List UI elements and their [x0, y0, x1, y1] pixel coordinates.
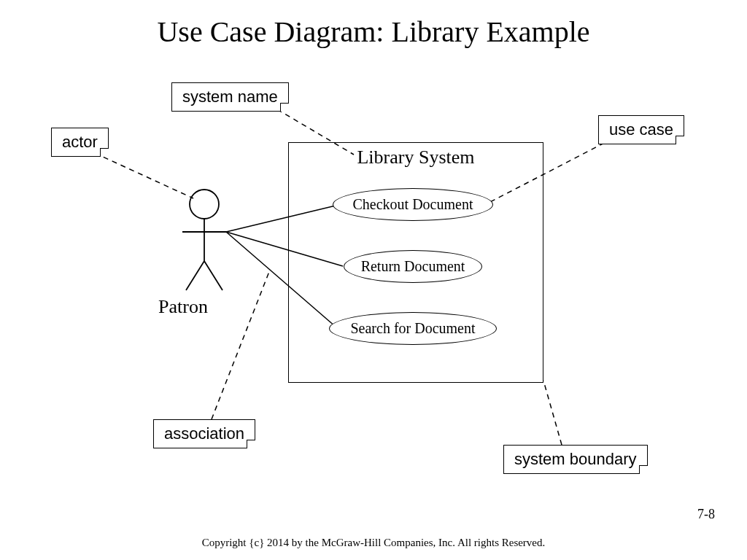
note-system-boundary: system boundary: [503, 445, 648, 474]
note-actor-text: actor: [62, 133, 98, 151]
svg-line-4: [204, 261, 222, 290]
actor-label: Patron: [158, 296, 208, 318]
copyright-footer: Copyright {c} 2014 by the McGraw-Hill Co…: [0, 537, 747, 549]
note-fold-icon: [639, 465, 648, 474]
system-title: Library System: [289, 147, 543, 168]
note-system-boundary-text: system boundary: [514, 450, 637, 468]
note-system-name: system name: [171, 82, 289, 112]
note-system-name-text: system name: [182, 88, 278, 106]
note-use-case-text: use case: [609, 120, 673, 139]
note-use-case: use case: [598, 115, 684, 144]
svg-line-11: [212, 270, 270, 419]
note-fold-icon: [247, 440, 255, 448]
note-association: association: [153, 419, 255, 448]
note-association-text: association: [164, 424, 244, 443]
page-title: Use Case Diagram: Library Example: [0, 15, 747, 49]
actor-icon: [182, 190, 226, 290]
note-fold-icon: [100, 148, 109, 157]
usecase-search: Search for Document: [329, 312, 497, 345]
page-number: 7-8: [697, 507, 715, 522]
note-fold-icon: [280, 103, 289, 112]
system-boundary-box: Library System Checkout Document Return …: [288, 142, 543, 383]
usecase-checkout: Checkout Document: [333, 188, 493, 221]
svg-line-3: [186, 261, 204, 290]
svg-point-0: [190, 190, 219, 219]
svg-line-12: [543, 381, 562, 445]
usecase-return: Return Document: [344, 250, 482, 283]
note-fold-icon: [676, 136, 684, 144]
svg-line-8: [95, 153, 193, 198]
note-actor: actor: [51, 128, 109, 157]
